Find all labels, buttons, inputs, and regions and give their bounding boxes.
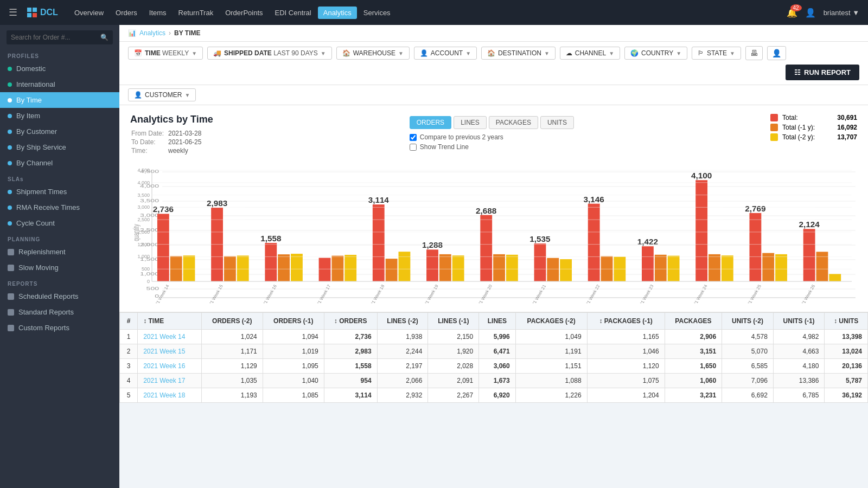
reports-section-label: REPORTS [0, 275, 119, 288]
nav-edicentral[interactable]: EDI Central [270, 7, 317, 19]
sidebar-item-by-channel[interactable]: By Channel [0, 155, 119, 171]
customer-icon: 👤 [134, 91, 142, 99]
channel-icon: ☁ [566, 49, 572, 57]
sidebar-item-domestic[interactable]: Domestic [0, 61, 119, 76]
col-lines: LINES [479, 313, 515, 330]
col-units[interactable]: ↕ UNITS [825, 313, 868, 330]
notification-badge: 42 [790, 4, 802, 11]
nav-orderpoints[interactable]: OrderPoints [220, 7, 268, 19]
filter-customer[interactable]: 👤 CUSTOMER ▼ [128, 88, 196, 101]
search-icon: 🔍 [100, 34, 108, 41]
sidebar-item-custom-reports[interactable]: Custom Reports [0, 320, 119, 336]
sidebar-item-shipment-times[interactable]: Shipment Times [0, 184, 119, 200]
topnav-links: Overview Orders Items ReturnTrak OrderPo… [69, 7, 396, 19]
time-link[interactable]: 2021 Week 17 [138, 374, 202, 388]
filter-destination[interactable]: 🏠 DESTINATION ▼ [481, 47, 556, 60]
chevron-down-icon5: ▼ [544, 50, 550, 56]
filter-warehouse[interactable]: 🏠 WAREHOUSE ▼ [336, 47, 410, 60]
sidebar-item-by-time[interactable]: By Time [0, 92, 119, 108]
sidebar-item-by-item[interactable]: By Item [0, 108, 119, 124]
sidebar-item-by-ship-service[interactable]: By Ship Service [0, 139, 119, 155]
filter-state[interactable]: 🏳 STATE ▼ [692, 47, 741, 60]
nav-services[interactable]: Services [358, 7, 396, 19]
chevron-down-icon7: ▼ [676, 50, 681, 56]
col-orders-1: ORDERS (-1) [263, 313, 324, 330]
content-area: 📊 Analytics › BY TIME 📅 TIME WEEKLY ▼ 🚚 … [119, 25, 868, 488]
show-trend-checkbox[interactable]: Show Trend Line [410, 143, 574, 151]
sidebar-item-rma-receive-times[interactable]: RMA Receive Times [0, 200, 119, 215]
tab-units[interactable]: UNITS [540, 116, 574, 129]
time-link[interactable]: 2021 Week 14 [138, 330, 202, 344]
slas-section-label: SLAs [0, 171, 119, 184]
topnav: ☰ DCL Overview Orders Items ReturnTrak O… [0, 0, 868, 25]
table-row: 5 2021 Week 18 1,193 1,085 3,114 2,932 2… [120, 388, 868, 403]
time-link[interactable]: 2021 Week 15 [138, 344, 202, 359]
breadcrumb-current: BY TIME [174, 29, 200, 37]
planning-section-label: PLANNING [0, 231, 119, 244]
person-icon2: 👤 [420, 49, 428, 57]
col-units-2: UNITS (-2) [722, 313, 774, 330]
table-row: 3 2021 Week 16 1,129 1,095 1,558 2,197 2… [120, 359, 868, 374]
svg-rect-0 [27, 8, 31, 12]
filter-channel[interactable]: ☁ CHANNEL ▼ [560, 47, 620, 60]
search-input[interactable] [7, 30, 113, 44]
person-icon[interactable]: 👤 [805, 8, 816, 18]
col-lines-1: LINES (-1) [428, 313, 479, 330]
sidebar-item-slow-moving[interactable]: Slow Moving [0, 260, 119, 275]
col-orders[interactable]: ↕ ORDERS [324, 313, 377, 330]
sidebar-item-by-customer[interactable]: By Customer [0, 124, 119, 139]
run-report-button[interactable]: ☷ RUN REPORT [786, 65, 859, 80]
filter-person-icon[interactable]: 👤 [767, 46, 786, 60]
col-packages-2: PACKAGES (-2) [515, 313, 587, 330]
svg-rect-2 [27, 13, 31, 17]
filter-bar: 📅 TIME WEEKLY ▼ 🚚 SHIPPED DATE LAST 90 D… [119, 42, 868, 85]
hamburger-icon[interactable]: ☰ [9, 7, 17, 18]
sidebar-item-international[interactable]: International [0, 76, 119, 92]
time-link[interactable]: 2021 Week 16 [138, 359, 202, 374]
warehouse-icon: 🏠 [342, 49, 350, 57]
breadcrumb: 📊 Analytics › BY TIME [119, 25, 868, 42]
topnav-right: 🔔 42 👤 briantest ▼ [787, 8, 859, 18]
breadcrumb-parent[interactable]: Analytics [139, 29, 165, 37]
chart-title: Analytics by Time [130, 114, 213, 125]
filter-time[interactable]: 📅 TIME WEEKLY ▼ [128, 47, 203, 60]
logo: DCL [26, 7, 58, 18]
sidebar-item-scheduled-reports[interactable]: Scheduled Reports [0, 288, 119, 304]
filter-country[interactable]: 🌍 COUNTRY ▼ [624, 47, 687, 60]
chevron-down-icon2: ▼ [321, 50, 326, 56]
svg-rect-3 [33, 13, 37, 17]
filter-print-icon[interactable]: 🖶 [745, 46, 763, 60]
compare-previous-checkbox[interactable]: Compare to previous 2 years [410, 133, 574, 141]
col-packages-1[interactable]: ↕ PACKAGES (-1) [587, 313, 665, 330]
filter-shipped-date[interactable]: 🚚 SHIPPED DATE LAST 90 DAYS ▼ [207, 47, 332, 60]
sidebar-item-replenishment[interactable]: Replenishment [0, 244, 119, 260]
time-link[interactable]: 2021 Week 18 [138, 388, 202, 403]
tab-orders[interactable]: ORDERS [410, 116, 451, 129]
nav-orders[interactable]: Orders [110, 7, 143, 19]
nav-items[interactable]: Items [144, 7, 172, 19]
data-table: # ↕ TIME ORDERS (-2) ORDERS (-1) ↕ ORDER… [119, 312, 868, 403]
tab-packages[interactable]: PACKAGES [489, 116, 538, 129]
sidebar-item-standard-reports[interactable]: Standard Reports [0, 304, 119, 320]
sidebar: 🔍 PROFILES Domestic International By Tim… [0, 25, 119, 488]
filter-account[interactable]: 👤 ACCOUNT ▼ [414, 47, 477, 60]
nav-overview[interactable]: Overview [69, 7, 109, 19]
chart-legend: Total: 30,691 Total (-1 y): 16,092 Total… [770, 114, 857, 141]
analytics-content: Analytics by Time From Date:2021-03-28 T… [119, 105, 868, 488]
sidebar-item-cycle-count[interactable]: Cycle Count [0, 215, 119, 231]
table-row: 4 2021 Week 17 1,035 1,040 954 2,066 2,0… [120, 374, 868, 388]
nav-returntrak[interactable]: ReturnTrak [173, 7, 219, 19]
col-time[interactable]: ↕ TIME [138, 313, 202, 330]
chart-bar-icon: 📊 [128, 29, 136, 37]
country-icon: 🌍 [630, 49, 639, 57]
notification-icon[interactable]: 🔔 42 [787, 8, 797, 18]
chevron-down-icon: ▼ [192, 50, 197, 56]
filter-bar-row2: 👤 CUSTOMER ▼ [119, 85, 868, 105]
col-units-1: UNITS (-1) [773, 313, 825, 330]
col-packages: PACKAGES [665, 313, 722, 330]
user-menu[interactable]: briantest ▼ [824, 9, 859, 17]
truck-icon: 🚚 [213, 49, 221, 57]
nav-analytics[interactable]: Analytics [318, 7, 357, 19]
bar-chart: 4,500 4,000 3,500 3,000 2,500 2,000 1,50… [130, 162, 857, 303]
tab-lines[interactable]: LINES [454, 116, 487, 129]
